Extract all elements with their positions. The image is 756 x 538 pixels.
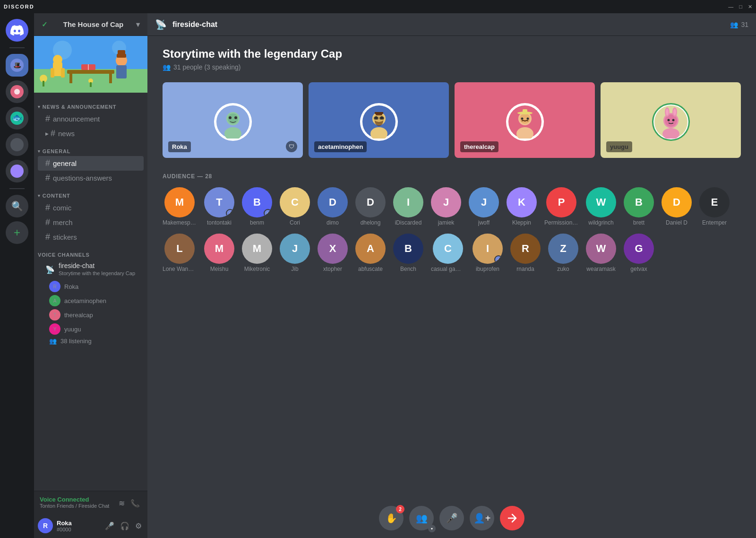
audience-member-23[interactable]: I♦ibuprofen — [472, 234, 503, 272]
deafen-btn[interactable]: 🎧 — [118, 520, 131, 532]
audience-name-4: dimo — [326, 219, 339, 226]
leave-stage-btn[interactable] — [500, 506, 524, 530]
mute-btn[interactable]: 🎤 — [103, 520, 116, 532]
svg-point-6 — [10, 138, 24, 151]
close-btn[interactable]: ✕ — [748, 4, 752, 10]
search-icon: 🔍 — [11, 200, 23, 212]
channel-comic[interactable]: # comic — [38, 200, 144, 215]
nav-icon-server2[interactable] — [6, 80, 28, 103]
speaker-card-therealcap[interactable]: therealcap — [455, 82, 595, 158]
voice-user-avatar-roka: R — [49, 281, 60, 292]
listening-icon: 👥 — [49, 338, 57, 345]
audience-member-11[interactable]: Wwildgrinch — [586, 187, 616, 226]
voice-user-acet[interactable]: A acetaminophen — [45, 294, 147, 308]
voice-channel-fireside[interactable]: 📡 fireside-chat Storytime with the legen… — [38, 260, 144, 279]
voice-connected-status: Voice Connected — [40, 496, 109, 503]
raise-hand-btn[interactable]: ✋ 2 — [379, 506, 404, 530]
channel-announcement[interactable]: # announcement — [38, 112, 144, 126]
channel-group-news[interactable]: ▾ NEWS & ANNOUNCEMENT — [34, 96, 147, 112]
user-controls: 🎤 🎧 ⚙ — [103, 520, 144, 532]
audience-avatar-21: B — [393, 234, 423, 264]
audience-member-14[interactable]: EEntemper — [699, 187, 730, 226]
svg-point-52 — [526, 118, 529, 120]
audience-member-5[interactable]: Ddhelong — [355, 187, 386, 226]
add-speaker-btn[interactable]: 👤+ — [470, 506, 494, 530]
voice-user-therealcap[interactable]: T therealcap — [45, 308, 147, 322]
nav-icon-server3[interactable]: 🐟 — [6, 107, 28, 130]
stage-area: Storytime with the legendary Cap 👥 31 pe… — [147, 36, 756, 498]
audience-member-12[interactable]: Bbrett — [624, 187, 654, 226]
audience-member-26[interactable]: Wwearamask — [586, 234, 616, 272]
audience-member-16[interactable]: MMeishu — [204, 234, 234, 272]
audience-member-7[interactable]: Jjamiek — [431, 187, 461, 226]
speaker-card-yuugu[interactable]: yuugu — [601, 82, 741, 158]
audience-member-17[interactable]: MMiketronic — [242, 234, 272, 272]
group-arrow-general: ▾ — [38, 149, 41, 154]
nav-icon-server5[interactable] — [6, 160, 28, 182]
audience-member-9[interactable]: KKleppin — [507, 187, 537, 226]
audience-member-15[interactable]: LLone Wanderer — [163, 234, 197, 272]
audience-member-18[interactable]: JJib — [280, 234, 310, 272]
audience-member-10[interactable]: PPermission Man — [544, 187, 578, 226]
audience-member-25[interactable]: Zzuko — [548, 234, 578, 272]
audience-member-2[interactable]: B♦benm — [242, 187, 272, 226]
voice-user-avatar-acet: A — [49, 295, 60, 306]
voice-user-roka[interactable]: R Roka — [45, 279, 147, 294]
audience-avatar-15: L — [164, 234, 195, 264]
speaker-card-roka[interactable]: Roka 🛡 — [163, 82, 303, 158]
voice-waves-btn[interactable]: ≋ — [117, 497, 127, 510]
audience-member-24[interactable]: Rrnanda — [510, 234, 541, 272]
nav-icon-discord[interactable] — [6, 19, 28, 42]
voice-phone-btn[interactable]: 📞 — [129, 497, 142, 510]
invite-btn[interactable]: 👥 ▾ — [409, 506, 434, 530]
channel-group-content[interactable]: ▾ CONTENT — [34, 185, 147, 200]
audience-member-3[interactable]: CCori — [280, 187, 310, 226]
channel-group-general[interactable]: ▾ GENERAL — [34, 141, 147, 156]
server-header[interactable]: ✓ The House of Cap ▾ — [34, 13, 147, 36]
audience-member-21[interactable]: BBench — [393, 234, 423, 272]
voice-user-yuugu[interactable]: Y yuugu — [45, 322, 147, 336]
audience-name-5: dhelong — [361, 219, 381, 226]
speaker-card-acet[interactable]: acetaminophen — [309, 82, 449, 158]
channel-general[interactable]: # general — [38, 156, 144, 171]
audience-name-0: Makemespeakrr — [163, 219, 197, 226]
channel-header: 📡 fireside-chat 👥 31 — [147, 13, 756, 36]
audience-member-13[interactable]: DDaniel D — [662, 187, 692, 226]
nav-icon-search[interactable]: 🔍 — [6, 195, 28, 217]
audience-name-25: zuko — [557, 266, 569, 272]
audience-member-27[interactable]: Ggetvax — [624, 234, 654, 272]
audience-member-6[interactable]: IiDiscarded — [393, 187, 423, 226]
audience-member-8[interactable]: Jjwoff — [469, 187, 499, 226]
audience-name-2: benm — [250, 219, 264, 226]
group-arrow-content: ▾ — [38, 193, 41, 198]
microphone-btn[interactable]: 🎤 — [439, 506, 464, 530]
audience-name-27: getvax — [630, 266, 647, 272]
channel-merch[interactable]: # merch — [38, 215, 144, 230]
channel-news[interactable]: ▶ # news — [38, 126, 144, 141]
audience-avatar-27: G — [624, 234, 654, 264]
audience-member-20[interactable]: Aabfuscate — [355, 234, 386, 272]
settings-btn[interactable]: ⚙ — [133, 520, 144, 532]
main-content: 📡 fireside-chat 👥 31 Storytime with the … — [147, 13, 756, 538]
maximize-btn[interactable]: □ — [739, 4, 742, 10]
channel-name: general — [53, 159, 77, 167]
nav-icon-server1[interactable]: 🎩 — [6, 54, 28, 77]
audience-badge-23: ♦ — [494, 255, 503, 264]
audience-member-1[interactable]: T♦tontontaki — [204, 187, 234, 226]
svg-rect-28 — [90, 82, 92, 87]
server-banner — [34, 36, 147, 93]
window-controls: — □ ✕ — [728, 4, 752, 10]
minimize-btn[interactable]: — — [728, 4, 733, 10]
nav-icon-server4[interactable] — [6, 133, 28, 156]
audience-member-19[interactable]: Xxtopher — [318, 234, 348, 272]
channel-questions[interactable]: # questions-answers — [38, 171, 144, 185]
hash-icon: # — [45, 232, 50, 242]
audience-member-4[interactable]: Ddimo — [318, 187, 348, 226]
dropdown-icon: ▾ — [428, 525, 436, 532]
username: Roka — [57, 520, 99, 527]
audience-member-0[interactable]: MMakemespeakrr — [163, 187, 197, 226]
nav-icon-add[interactable]: + — [6, 221, 28, 244]
audience-member-22[interactable]: Ccasual gamer — [431, 234, 465, 272]
channel-stickers[interactable]: # stickers — [38, 230, 144, 244]
server-name: The House of Cap — [63, 20, 124, 28]
